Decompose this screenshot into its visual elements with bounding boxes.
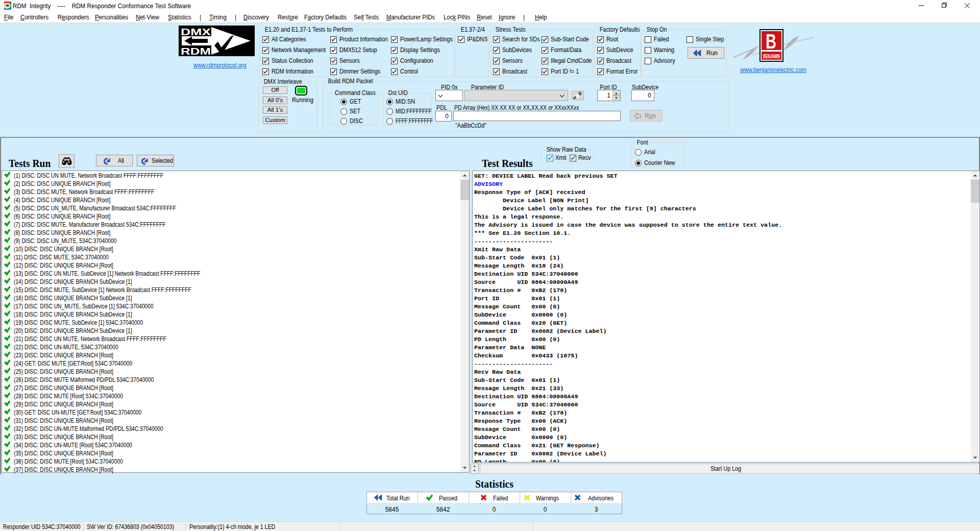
svg-text:RDM: RDM (181, 46, 211, 56)
svg-text:BENJAMIN: BENJAMIN (763, 54, 780, 59)
svg-text:DMX: DMX (181, 27, 211, 37)
svg-text:B: B (766, 30, 776, 53)
